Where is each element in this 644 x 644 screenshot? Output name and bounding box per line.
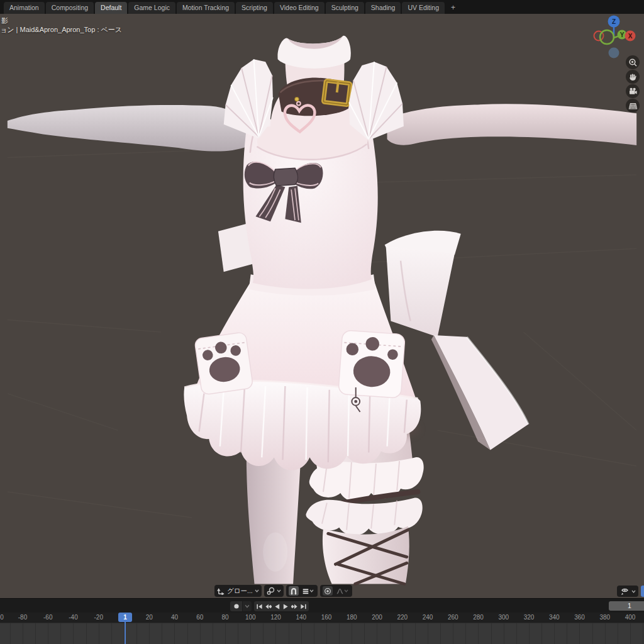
track-gridline bbox=[23, 623, 23, 644]
clipped-blue-button[interactable] bbox=[641, 586, 644, 597]
play-reverse-button[interactable] bbox=[274, 602, 280, 610]
track-gridline bbox=[567, 623, 567, 644]
right-arm[interactable] bbox=[387, 104, 637, 145]
tab-motion-tracking[interactable]: Motion Tracking bbox=[177, 2, 235, 14]
ruler-tick: 80 bbox=[221, 613, 228, 623]
track-gridline bbox=[225, 623, 226, 644]
proportional-editing-toggle[interactable] bbox=[323, 586, 333, 596]
record-options-chevron bbox=[245, 604, 250, 608]
ruler-tick: 100 bbox=[245, 613, 256, 623]
track-gridline bbox=[491, 623, 492, 644]
toggle-grid-button[interactable] bbox=[626, 99, 640, 113]
auto-keying-options[interactable] bbox=[243, 601, 252, 611]
track-gridline bbox=[86, 623, 87, 644]
track-gridline bbox=[213, 623, 213, 644]
chevron-down-icon bbox=[255, 589, 259, 592]
ruler-tick: 180 bbox=[347, 613, 357, 623]
ruler-tick: -60 bbox=[43, 613, 52, 623]
current-frame-field[interactable]: 1 bbox=[609, 601, 644, 611]
pocket-left[interactable] bbox=[194, 332, 253, 395]
tab-default[interactable]: Default bbox=[95, 2, 127, 14]
next-keyframe-button[interactable] bbox=[291, 602, 298, 610]
track-gridline bbox=[326, 623, 327, 644]
track-gridline bbox=[301, 623, 302, 644]
track-gridline bbox=[35, 623, 36, 644]
proportional-edit-controls bbox=[320, 585, 352, 597]
transform-orientation-dropdown[interactable]: グロー... bbox=[214, 585, 262, 597]
pivot-point-dropdown[interactable] bbox=[264, 585, 284, 597]
pan-button[interactable] bbox=[626, 70, 640, 84]
ruler-tick: 120 bbox=[270, 613, 281, 623]
tab-uv-editing[interactable]: UV Editing bbox=[402, 2, 445, 14]
track-gridline bbox=[440, 623, 441, 644]
snap-increment-icon bbox=[302, 587, 309, 595]
jump-to-end-button[interactable] bbox=[300, 602, 307, 610]
timeline-ruler[interactable]: -100-80-60-40-20020406080100120140160180… bbox=[0, 613, 644, 623]
track-gridline bbox=[162, 623, 162, 644]
track-gridline bbox=[618, 623, 618, 644]
ruler-tick: -40 bbox=[69, 613, 77, 623]
proportional-editing-icon bbox=[324, 587, 331, 595]
shoulder-ruffle-left bbox=[224, 59, 273, 138]
navigation-gizmo[interactable]: Z Y X bbox=[589, 15, 641, 60]
tab-video-editing[interactable]: Video Editing bbox=[274, 2, 325, 14]
zoom-button[interactable] bbox=[626, 55, 640, 69]
add-workspace-button[interactable]: + bbox=[447, 2, 460, 14]
chevron-down-icon bbox=[344, 589, 348, 592]
track-gridline bbox=[465, 623, 466, 644]
axis-y-label: Y bbox=[620, 31, 625, 38]
record-icon bbox=[233, 603, 240, 609]
prev-keyframe-button[interactable] bbox=[265, 602, 272, 610]
ruler-tick: 200 bbox=[372, 613, 382, 623]
left-arm[interactable] bbox=[8, 105, 247, 152]
timeline: -100-80-60-40-20020406080100120140160180… bbox=[0, 613, 644, 644]
camera-view-button[interactable] bbox=[626, 84, 640, 98]
workspace-tabs: AnimationCompositingDefaultGame LogicMot… bbox=[4, 0, 445, 14]
track-gridline bbox=[275, 623, 276, 644]
workspace-tab-bar: AnimationCompositingDefaultGame LogicMot… bbox=[0, 0, 644, 14]
timeline-track[interactable] bbox=[0, 623, 644, 644]
chevron-down-icon bbox=[277, 589, 281, 592]
track-gridline bbox=[605, 623, 606, 644]
viewport-side-buttons bbox=[626, 55, 640, 113]
object-visibility-dropdown[interactable] bbox=[617, 586, 638, 597]
track-gridline bbox=[643, 623, 643, 644]
pocket-right[interactable] bbox=[338, 330, 405, 398]
choker-stud bbox=[295, 97, 299, 101]
tab-scripting[interactable]: Scripting bbox=[236, 2, 273, 14]
playhead[interactable]: 1 bbox=[118, 613, 132, 622]
track-gridline bbox=[289, 623, 289, 644]
chevron-down-icon bbox=[309, 589, 314, 592]
tab-sculpting[interactable]: Sculpting bbox=[326, 2, 364, 14]
viewport-model[interactable] bbox=[0, 14, 644, 598]
track-gridline bbox=[415, 623, 416, 644]
track-gridline bbox=[428, 623, 428, 644]
tab-animation[interactable]: Animation bbox=[4, 2, 45, 14]
track-gridline bbox=[377, 623, 377, 644]
track-gridline bbox=[48, 623, 48, 644]
snap-with-dropdown[interactable] bbox=[301, 586, 315, 596]
auto-keying-button[interactable] bbox=[230, 601, 242, 611]
snap-controls bbox=[286, 585, 318, 597]
jump-to-start-button[interactable] bbox=[256, 602, 263, 610]
shoulder-ruffle-right bbox=[349, 62, 404, 140]
play-forward-button[interactable] bbox=[282, 602, 289, 610]
viewport-3d[interactable]: 影 ョン | Maid&Apron_Apron_Top : ベース Z Y X bbox=[0, 14, 644, 598]
track-gridline bbox=[579, 623, 580, 644]
ruler-tick: 240 bbox=[423, 613, 433, 623]
axis-z-label: Z bbox=[612, 18, 616, 25]
playback-controls bbox=[254, 601, 309, 611]
ruler-tick: 20 bbox=[146, 613, 153, 623]
toggle-grid-icon bbox=[628, 101, 638, 111]
ruler-tick: 400 bbox=[625, 613, 636, 623]
proportional-falloff-dropdown[interactable] bbox=[335, 586, 350, 596]
snap-toggle-button[interactable] bbox=[289, 586, 299, 596]
axis-neg-y-ball[interactable] bbox=[600, 30, 614, 44]
tab-shading[interactable]: Shading bbox=[365, 2, 401, 14]
tab-compositing[interactable]: Compositing bbox=[46, 2, 94, 14]
tab-game-logic[interactable]: Game Logic bbox=[128, 2, 175, 14]
ruler-tick: 380 bbox=[599, 613, 610, 623]
axis-neg-z-ball[interactable] bbox=[609, 48, 619, 58]
camera-view-icon bbox=[628, 87, 638, 96]
zoom-in-icon bbox=[628, 58, 638, 67]
